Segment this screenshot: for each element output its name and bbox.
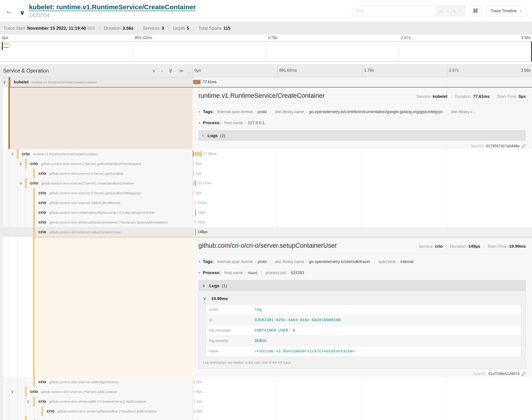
span-operation: github.com/cri-o/cri-o/internal/lib/sand… [58,409,157,413]
span-bar[interactable] [193,191,194,195]
span-collapse-chevron-icon[interactable]: ∨ [3,80,6,85]
span-row-getpodsandboxfromrequest[interactable]: ∨ crio github.com/cri-o/cri-o/server.(*S… [0,159,532,168]
span-collapse-chevron-icon[interactable]: ∨ [11,390,14,394]
minimap-canvas[interactable] [0,41,532,62]
collapse-one-icon[interactable]: ∨ [152,68,156,73]
span-service: crio [38,220,46,225]
log-field-key: log.message [206,325,251,336]
timeline-header: Service & Operation ∨ › ≫ ≫ 0μs 891.02ms… [0,64,532,77]
span-row-addcontainer[interactable]: ∨ crio github.com/cri-o/cri-o/server.(*S… [0,387,532,396]
logs-toggle-bar[interactable]: ∨ Logs (1) [199,280,526,291]
span-row-getsandboxidmappings[interactable]: crio github.com/cri-o/cri-o/server.(*Ser… [0,188,532,198]
span-bar[interactable] [194,152,200,156]
expand-one-icon[interactable]: › [161,68,163,73]
duration-value: 3.56s [123,26,134,31]
clear-find-icon[interactable]: × [459,9,462,13]
span-service: crio [38,191,46,195]
chevron-right-icon: › [198,270,200,275]
span-duration: 1μs [196,171,202,175]
service-color-stripe [41,406,43,416]
service-color-stripe [25,159,27,168]
span-row-setupfromfield[interactable]: crio github.com/cri-o/cri-o/internal/con… [0,208,532,217]
span-bar[interactable] [193,181,195,185]
span-row-crio-createcontainer[interactable]: ∨ crio runtime.v1.RuntimeService/CreateC… [0,149,532,159]
span-duration: 3μs [196,399,202,403]
span-row-setupcontaineruser[interactable]: crio github.com/cri-o/cri-o/server.setup… [0,227,532,237]
process-item: process.pid=624283 [266,270,304,275]
tags-row[interactable]: › Tags: internal.span.format=proto | ote… [198,259,526,264]
services-value: 3 [162,26,164,31]
span-collapse-chevron-icon[interactable]: ∨ [19,162,22,166]
expand-all-icon[interactable]: ≫ [179,68,184,73]
back-button[interactable]: ← [5,7,16,15]
span-bar[interactable] [195,220,196,225]
minimap-span-bar [3,44,9,45]
span-row-kubelet-createcontainer[interactable]: ∨ kubelet runtime.v1.RuntimeService/Crea… [0,77,532,87]
row-gutter [0,237,3,377]
view-range-start-handle[interactable] [2,42,3,50]
tags-row[interactable]: › Tags: internal.span.format=proto | ote… [198,109,526,114]
log-entry-header[interactable]: ∨19.99ms [203,296,522,301]
span-row-sandbox-addcontainer[interactable]: crio github.com/cri-o/cri-o/internal/lib… [0,406,532,416]
span-collapse-chevron-icon[interactable]: ∨ [19,181,22,186]
span-bar-tick[interactable] [195,229,196,235]
span-collapse-chevron-icon[interactable]: ∨ [27,399,30,404]
services-label: Services [143,26,160,31]
logs-toggle-bar[interactable]: › Logs (2) [198,130,526,141]
find-suffix: ◎ ∧ ∨ × [436,6,465,16]
span-row-lib-addcontainer[interactable]: ∨ crio github.com/cri-o/cri-o/internal/l… [0,396,532,406]
log-field-key: name [206,346,251,357]
log-field-value: 92b82381-025c-4a64-815c-ba2e1bb08100 [251,315,522,325]
span-row-getsandbox[interactable]: crio github.com/cri-o/cri-o/server.(*Ser… [0,168,532,178]
span-bar[interactable] [193,171,194,176]
view-range-end-handle[interactable] [531,42,532,61]
span-bar[interactable] [194,419,194,420]
span-duration: 6μs [196,390,202,394]
chevron-down-icon: ∨ [203,296,206,301]
logs-section: ∨ Logs (1) ∨19.99ms event log id [198,280,526,369]
prev-match-icon[interactable]: ∧ [446,8,449,13]
span-bar[interactable] [194,409,195,413]
span-duration: 77.61ms [203,80,216,84]
log-field-row: id 92b82381-025c-4a64-815c-ba2e1bb08100 [206,315,522,325]
keyboard-shortcuts-button[interactable]: ⌘ [470,5,481,16]
span-operation: github.com/cri-o/cri-o/server.(*Server).… [49,172,123,175]
span-row-specaddannotations[interactable]: crio github.com/cri-o/cri-o/internal/fac… [0,217,532,227]
deep-link-icon[interactable] [521,144,526,148]
process-row[interactable]: › Process: host.name=nixos | process.pid… [198,270,526,275]
deep-link-icon[interactable] [521,372,526,376]
span-row-addocibindmounts[interactable]: crio github.com/cri-o/cri-o/server.addOC… [0,198,532,208]
service-color-stripe [33,168,35,178]
find-input[interactable] [352,6,436,16]
span-operation: github.com/cri-o/cri-o/server.addImageVo… [49,380,119,384]
locate-match-icon[interactable]: ◎ [439,8,443,13]
span-row-createsandboxcontainer[interactable]: ∨ crio github.com/cri-o/cri-o/server.(*S… [0,178,532,188]
chevron-right-icon: › [202,133,204,138]
process-row[interactable]: › Process: host.name=127.0.0.1 [198,120,526,125]
chevron-right-icon: › [198,259,200,264]
trace-view-selector[interactable]: Trace Timeline ∨ [486,5,526,16]
log-field-row: log.message CONTAINER USER: 0 [206,325,522,336]
trace-title-link[interactable]: kubelet: runtime.v1.RuntimeService/Creat… [29,3,196,11]
span-service: crio [38,200,46,205]
span-duration: 24μs [198,210,205,214]
column-resizer[interactable] [188,72,191,76]
span-row-addimagevolumes[interactable]: crio github.com/cri-o/cri-o/server.addIm… [0,377,532,387]
next-match-icon[interactable]: ∨ [453,8,456,13]
span-bar[interactable] [193,80,200,84]
span-row-getsandboxidmappings-2[interactable]: crio github.com/cri-o/cri-o/server.(*Ser… [0,416,532,420]
span-bar[interactable] [195,200,196,205]
span-collapse-chevron-icon[interactable]: ∨ [11,152,14,156]
span-duration: 149μs [198,230,207,234]
collapse-controls: ∨ › ≫ ≫ [152,68,184,73]
span-bar-tick[interactable] [195,209,196,216]
span-duration: 0μs [196,191,202,195]
span-bar[interactable] [193,162,194,166]
span-bar[interactable] [194,399,195,404]
span-duration: 20.17ms [198,181,211,185]
span-bar[interactable] [194,390,194,394]
trace-collapse-chevron-icon[interactable]: ∨ [19,9,25,16]
span-operation: github.com/cri-o/cri-o/server.(*Server).… [49,191,141,195]
collapse-all-icon[interactable]: ≫ [168,69,173,73]
span-bar[interactable] [194,380,194,384]
